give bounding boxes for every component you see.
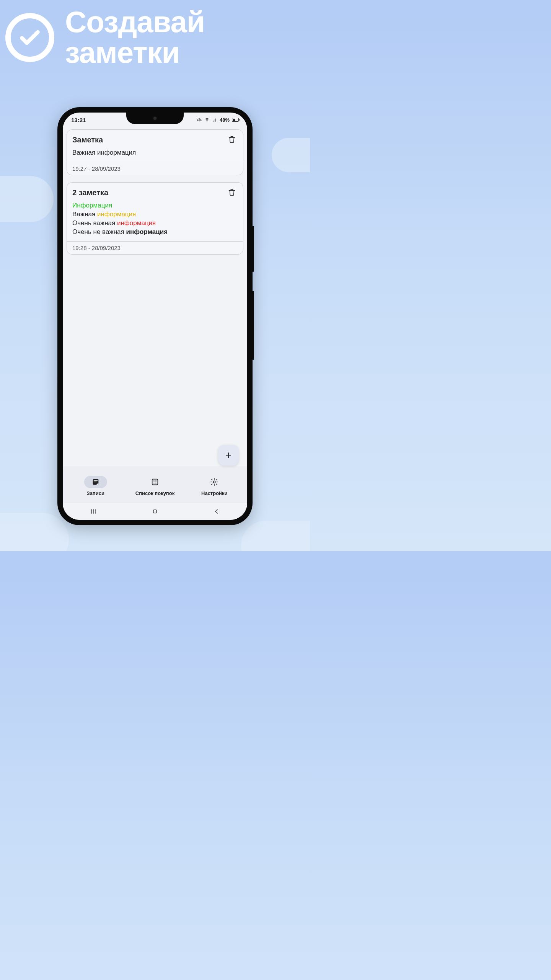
notes-list[interactable]: Заметка Важная информация 19:27 - 28/09/… [63,127,247,466]
note-card[interactable]: 2 заметка Информация Важная информация О… [67,182,243,255]
note-text: Важная [72,211,97,218]
gear-icon [210,478,218,486]
note-title: Заметка [72,136,103,144]
android-system-nav [63,503,247,520]
decorative-cloud [0,513,69,551]
phone-frame: 13:21 48% Заметка Важная информаци [57,107,253,525]
hero-title: Создавай заметки [65,7,205,68]
svg-point-3 [214,481,216,483]
nav-label: Настройки [201,490,228,496]
note-timestamp: 19:28 - 28/09/2023 [67,241,243,254]
wifi-icon [204,117,210,122]
plus-icon: + [225,449,231,461]
mute-icon [197,117,202,122]
bottom-navigation: Записи Список покупок Настройки [63,466,247,503]
nav-tab-settings[interactable]: Настройки [185,476,244,496]
note-text-bold: информация [126,228,168,235]
hero-line-1: Создавай [65,7,205,38]
nav-tab-shopping[interactable]: Список покупок [125,476,184,496]
nav-label: Записи [86,490,104,496]
trash-icon [228,188,236,196]
note-text-red: информация [117,219,156,227]
status-right: 48% [197,117,239,123]
hero-banner: Создавай заметки [0,7,310,68]
note-text: Очень не важная [72,228,126,235]
checkmark-circle-icon [5,13,54,62]
signal-icon [212,117,217,122]
note-title: 2 заметка [72,188,108,197]
note-text-yellow: информация [97,211,136,218]
trash-icon [228,135,236,144]
note-line: Очень не важная информация [72,228,238,237]
note-line: Очень важная информация [72,219,238,228]
decorative-cloud [0,176,54,222]
nav-tab-notes[interactable]: Записи [66,476,125,496]
battery-percent: 48% [220,117,230,123]
note-line-green: Информация [72,201,238,210]
camera-dot-icon [153,116,157,121]
home-button[interactable] [140,508,170,515]
note-line: Важная информация [72,210,238,219]
list-icon [151,478,159,486]
svg-point-0 [207,121,207,122]
delete-note-button[interactable] [226,186,238,199]
phone-notch [126,113,184,124]
notes-icon [91,478,100,486]
note-body-text: Важная информация [72,149,238,157]
note-text: Очень важная [72,219,117,227]
decorative-cloud [272,138,310,172]
svg-rect-4 [153,510,156,513]
note-timestamp: 19:27 - 28/09/2023 [67,162,243,175]
battery-icon [232,118,239,122]
hero-line-2: заметки [65,38,205,68]
note-body: Информация Важная информация Очень важна… [67,199,243,241]
status-time: 13:21 [71,117,86,123]
delete-note-button[interactable] [226,134,238,146]
nav-label: Список покупок [135,490,174,496]
back-button[interactable] [201,508,232,515]
add-note-button[interactable]: + [218,445,239,466]
decorative-cloud [241,521,310,551]
note-card[interactable]: Заметка Важная информация 19:27 - 28/09/… [67,129,243,175]
phone-screen: 13:21 48% Заметка Важная информаци [63,113,247,520]
recents-button[interactable] [78,508,109,515]
